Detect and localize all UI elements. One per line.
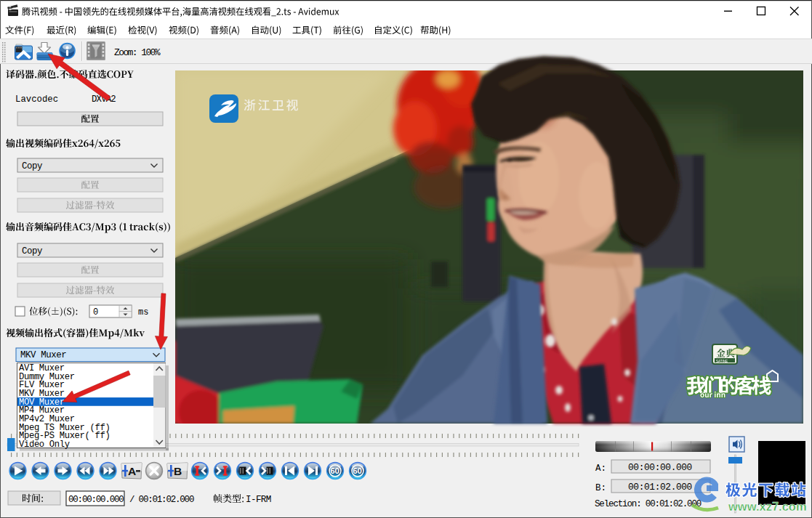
svg-text:SATINE: SATINE (716, 360, 728, 363)
svg-text:B:: B: (595, 483, 606, 493)
svg-text:0: 0 (93, 307, 98, 317)
svg-text:Lavcodec: Lavcodec (15, 94, 58, 105)
svg-text:A:: A: (595, 464, 606, 474)
svg-text:A: A (128, 465, 136, 477)
svg-text:Selection: 00:01:02.000: Selection: 00:01:02.000 (595, 499, 702, 509)
svg-text:60: 60 (330, 466, 339, 475)
svg-text:Zoom: 100%: Zoom: 100% (114, 47, 161, 58)
svg-text:I-FRM: I-FRM (246, 495, 271, 505)
svg-text:/ 00:01:02.000: / 00:01:02.000 (129, 495, 194, 505)
svg-text:60: 60 (353, 466, 362, 475)
svg-text:Copy: Copy (22, 161, 43, 171)
svg-text:00:00:00.000: 00:00:00.000 (68, 495, 124, 505)
svg-text:00:00:00.000: 00:00:00.000 (628, 462, 692, 473)
svg-text:www.xz7.com: www.xz7.com (728, 500, 807, 513)
svg-text:B: B (174, 465, 182, 477)
svg-text:00:01:02.000: 00:01:02.000 (628, 482, 692, 493)
svg-text:MKV Muxer: MKV Muxer (20, 350, 66, 360)
svg-text:ms: ms (138, 307, 148, 317)
svg-text:Copy: Copy (22, 246, 43, 256)
